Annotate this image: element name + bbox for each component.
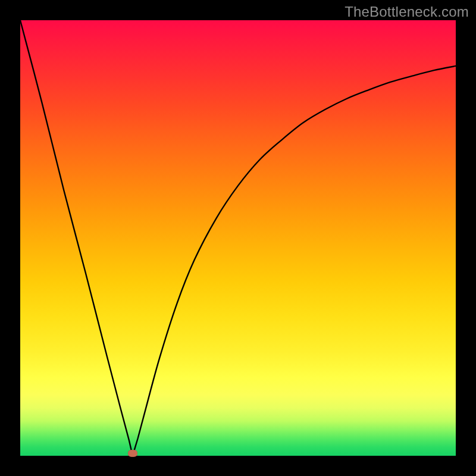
minimum-marker <box>128 450 137 457</box>
curve-layer <box>20 20 456 456</box>
chart-frame: TheBottleneck.com <box>0 0 476 476</box>
bottleneck-curve <box>20 20 456 456</box>
watermark-text: TheBottleneck.com <box>345 4 469 20</box>
plot-area <box>20 20 456 456</box>
